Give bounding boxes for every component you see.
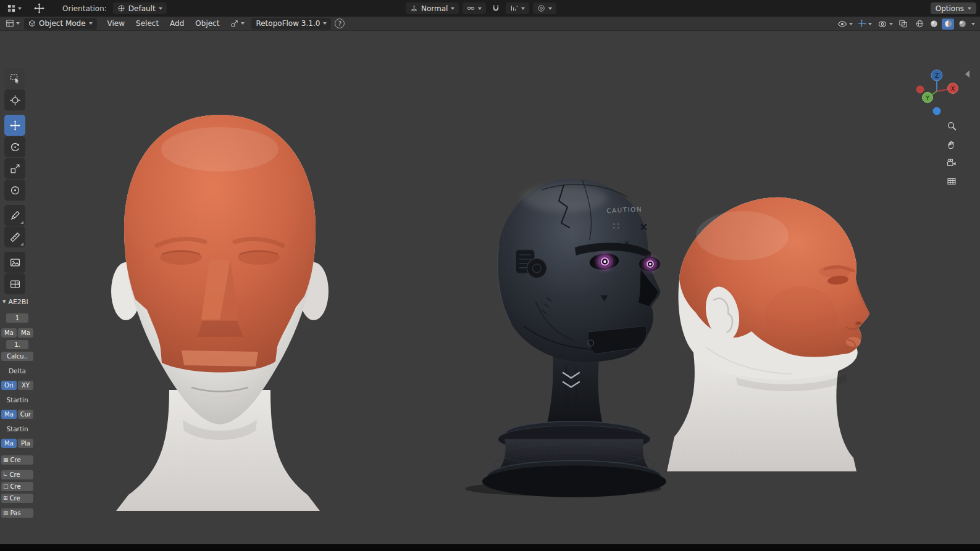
scale-tool-button[interactable]: [4, 158, 25, 179]
move-icon: [34, 3, 44, 14]
view-navigation-gizmo[interactable]: Z Y X: [913, 67, 960, 118]
grid-icon: ▦: [3, 455, 9, 465]
orientation-value: Default: [128, 4, 156, 13]
topbar: Orientation: Default Normal: [0, 0, 980, 17]
head-front-human[interactable]: [90, 111, 350, 512]
orientation-icon: [117, 4, 125, 12]
menu-select[interactable]: Select: [130, 18, 164, 29]
image-reference-tool-button[interactable]: [4, 252, 25, 273]
proportional-edit-dropdown[interactable]: [533, 2, 556, 14]
falloff-icon: [510, 4, 518, 12]
panel-label-starting-1: Startin: [0, 396, 35, 405]
editor-type-button[interactable]: [5, 2, 23, 14]
head-profile-human[interactable]: [650, 193, 890, 479]
gizmo-toggle-dropdown[interactable]: [857, 19, 866, 28]
panel-header[interactable]: ▼ AE2Bl: [0, 297, 35, 307]
rotate-tool-button[interactable]: [4, 136, 25, 157]
magnet-toggle[interactable]: [490, 3, 502, 14]
menu-view[interactable]: View: [102, 18, 130, 29]
panel-button-ma-c[interactable]: Ma: [1, 410, 17, 419]
chevron-down-icon: [159, 7, 162, 10]
retopoflow-value: RetopoFlow 3.1.0: [256, 19, 320, 28]
blender-window: CAUTION: [0, 0, 980, 551]
panel-button-ori[interactable]: Ori: [1, 381, 17, 390]
panel-button-create-3[interactable]: □ Cre: [1, 482, 33, 491]
panel-button-ma-b[interactable]: Ma: [18, 328, 33, 338]
gizmo-axis-x[interactable]: X: [948, 83, 958, 94]
xray-toggle[interactable]: [898, 19, 908, 28]
gizmo-axis-z[interactable]: Z: [931, 70, 942, 81]
falloff-dropdown[interactable]: [506, 2, 529, 14]
chevron-down-icon: [889, 23, 893, 25]
chevron-down-icon: [89, 22, 93, 25]
transform-tool-button[interactable]: [4, 180, 25, 201]
shading-wireframe-button[interactable]: [913, 19, 926, 30]
panel-title: AE2Bl: [8, 298, 28, 306]
menu-add[interactable]: Add: [164, 18, 190, 29]
chevron-down-icon: [971, 23, 975, 25]
box-select-icon: [10, 73, 20, 84]
gizmo-axis-y[interactable]: Y: [923, 93, 933, 103]
panel-button-1dot[interactable]: 1.: [6, 340, 28, 349]
object-mode-icon: [28, 20, 36, 27]
chevron-down-icon: [16, 22, 20, 25]
chevron-down-icon: [849, 23, 853, 25]
menu-object[interactable]: Object: [190, 18, 225, 29]
rendered-sphere-icon: [958, 20, 966, 28]
shading-solid-button[interactable]: [928, 19, 940, 30]
panel-button-calculate[interactable]: Calcu..: [1, 352, 33, 361]
panel-button-1[interactable]: 1: [6, 313, 28, 323]
panel-button-create-4[interactable]: ⊞ Cre: [1, 494, 33, 503]
help-button[interactable]: ?: [335, 19, 345, 28]
gizmo-axis-neg-x[interactable]: [916, 86, 924, 94]
ortho-toggle-button[interactable]: [944, 174, 959, 189]
shading-rendered-button[interactable]: [956, 19, 968, 30]
addon-side-panel: ▼ AE2Bl 1 Ma Ma 1. Calcu.. Delta Ori XY …: [0, 297, 35, 520]
panel-button-cur[interactable]: Cur: [18, 410, 33, 419]
gizmo-axis-neg-z[interactable]: [933, 107, 941, 115]
proportional-circle-icon: [537, 4, 545, 12]
annotate-tool-button[interactable]: [4, 205, 25, 226]
image-icon: [10, 257, 20, 268]
measure-icon: [10, 232, 20, 242]
visibility-filter-dropdown[interactable]: [837, 19, 847, 29]
app-grid-icon: [7, 4, 16, 13]
corner-icon: ∟: [3, 470, 8, 479]
viewport[interactable]: CAUTION: [0, 31, 980, 544]
square-icon: □: [3, 482, 9, 491]
xray-icon: [898, 19, 908, 28]
measure-tool-button[interactable]: [4, 226, 25, 247]
sidebar-collapse-arrow-icon[interactable]: [965, 70, 970, 78]
panel-label-starting-2: Startin: [0, 425, 35, 434]
pan-button[interactable]: [944, 137, 959, 152]
panel-button-ma-d[interactable]: Ma: [1, 439, 17, 448]
panel-button-create-1[interactable]: ▦ Cre: [1, 455, 33, 465]
editor-type-selector[interactable]: [4, 18, 22, 29]
image-texture-tool-button[interactable]: [4, 273, 25, 294]
pivot-dropdown[interactable]: [228, 18, 246, 29]
move-tool-button[interactable]: [4, 115, 25, 136]
gizmo-icon: [857, 19, 866, 28]
tweak-select-tool-button[interactable]: [4, 68, 25, 89]
camera-view-button[interactable]: [944, 155, 959, 170]
snap-target-dropdown[interactable]: [463, 2, 486, 14]
panel-button-pla[interactable]: Pla: [18, 439, 33, 448]
overlays-dropdown[interactable]: [877, 19, 887, 29]
panel-button-ma-a[interactable]: Ma: [1, 328, 17, 338]
panel-button-xy[interactable]: XY: [18, 381, 33, 390]
eye-icon: [837, 19, 847, 29]
orientation-dropdown[interactable]: Default: [113, 2, 167, 14]
options-dropdown[interactable]: Options: [931, 2, 976, 14]
cursor-tool-button[interactable]: [4, 89, 25, 110]
panel-button-paste[interactable]: ▥ Pas: [1, 508, 33, 518]
mode-dropdown[interactable]: Object Mode: [24, 18, 97, 30]
hand-icon: [947, 139, 957, 149]
head-robot[interactable]: CAUTION: [443, 172, 677, 502]
panel-button-create-2[interactable]: ∟ Cre: [1, 470, 33, 479]
texture-icon: [10, 279, 20, 289]
snap-mode-dropdown[interactable]: Normal: [406, 2, 459, 14]
retopoflow-dropdown[interactable]: RetopoFlow 3.1.0: [251, 18, 331, 30]
robot-ear: [527, 259, 547, 278]
shading-material-button[interactable]: [942, 19, 954, 30]
zoom-button[interactable]: [944, 118, 959, 133]
